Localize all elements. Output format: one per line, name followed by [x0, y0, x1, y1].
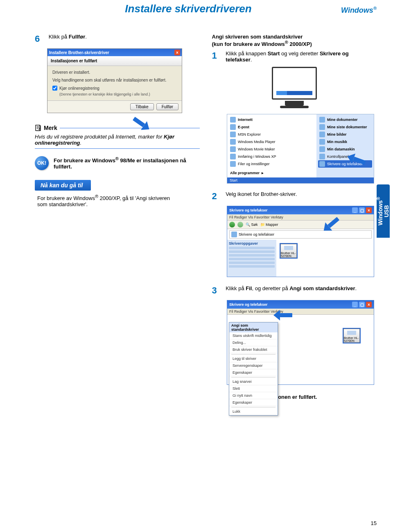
ie-icon: [230, 117, 236, 123]
window-menu[interactable]: Fil Rediger Vis Favoritter Verktøy: [227, 309, 374, 315]
dialog-subhead: Installasjonen er fullført: [47, 56, 182, 66]
mycomputer-icon: [319, 146, 325, 152]
printers-window-1: Skrivere og telefakser _ ▢ × Fil Rediger…: [227, 206, 374, 277]
file-menu-item[interactable]: Lag snarvei: [229, 378, 278, 385]
folder-icon: [231, 232, 237, 237]
close-icon[interactable]: ×: [366, 207, 372, 213]
maximize-icon[interactable]: ▢: [359, 302, 365, 307]
step-6-number: 6: [35, 34, 47, 44]
now-goto-button: Nå kan du gå til: [35, 180, 91, 191]
step-6-text: Klikk på Fullfør.: [49, 34, 87, 40]
monitor-icon: [212, 67, 377, 108]
docs-icon: [319, 117, 325, 123]
music-icon: [319, 139, 325, 145]
printers-icon: [319, 161, 325, 167]
toolbar-folders[interactable]: 📁 Mapper: [260, 223, 278, 227]
file-menu-item[interactable]: Bruk skriver frakoblet: [229, 346, 278, 353]
header-brand: Windows®: [341, 6, 377, 15]
file-menu-item[interactable]: Egenskaper: [229, 399, 278, 406]
maximize-icon[interactable]: ▢: [359, 207, 365, 213]
file-menu-item[interactable]: Stans utskrift midlertidig: [229, 332, 278, 339]
right-intro: Angi skriveren som standardskriver (kun …: [212, 34, 377, 47]
recent-icon: [319, 124, 325, 130]
ok-badge: OK!: [35, 156, 49, 170]
set-default-item[interactable]: Angi som standardskriver: [229, 323, 278, 332]
step-3-text: Klikk på Fil, og deretter på Angi som st…: [226, 285, 357, 291]
brother-printer-icon[interactable]: Brother HL-5270DN: [343, 329, 360, 343]
file-menu-open: Angi som standardskriver Stans utskrift …: [229, 322, 278, 416]
start-button[interactable]: Start: [230, 178, 237, 182]
window-menu[interactable]: Fil Rediger Vis Favoritter Verktøy: [227, 214, 374, 221]
page-title: Installere skriverdriveren: [125, 2, 251, 15]
file-menu-item[interactable]: Gi nytt navn: [229, 392, 278, 399]
merk-body: Hvis du vil registrere produktet på Inte…: [35, 132, 200, 149]
start-menu-screenshot: Internett E-post MSN Explorer Windows Me…: [227, 114, 374, 184]
online-reg-checkbox[interactable]: [52, 86, 57, 91]
minimize-icon[interactable]: _: [352, 302, 358, 307]
file-menu-item[interactable]: Deling...: [229, 339, 278, 346]
brother-printer-icon[interactable]: Brother HL-5270DN: [280, 244, 297, 258]
dialog-line1: Driveren er installert.: [52, 70, 177, 75]
merk-title: Merk: [44, 125, 57, 131]
back-icon[interactable]: [229, 222, 235, 227]
step-2-number: 2: [212, 191, 224, 202]
step-1-number: 1: [212, 50, 224, 61]
transfer-icon: [230, 161, 236, 167]
pics-icon: [319, 132, 325, 137]
minimize-icon[interactable]: _: [352, 207, 358, 213]
wmp-icon: [230, 139, 236, 145]
back-button[interactable]: Tilbake: [130, 103, 154, 110]
file-menu-item[interactable]: Slett: [229, 385, 278, 392]
window-title: Skrivere og telefakser: [229, 208, 268, 212]
wmm-icon: [230, 146, 236, 152]
ok-text-1: For brukere av Windows® 98/Me er install…: [54, 156, 200, 170]
dialog-title: Installere Brother-skriverdriver: [49, 50, 109, 55]
close-icon[interactable]: ×: [174, 50, 180, 55]
forward-icon[interactable]: [237, 222, 243, 227]
side-tasks-header: Skriveroppgaver: [229, 241, 275, 246]
mail-icon: [230, 124, 236, 130]
file-menu-item[interactable]: Serveregenskaper: [229, 362, 278, 369]
window-title: Skrivere og telefakser: [229, 302, 268, 307]
arrow-icon: [273, 312, 292, 321]
tour-icon: [230, 154, 236, 159]
page-number: 15: [371, 520, 377, 526]
step-3-number: 3: [212, 285, 224, 296]
now-goto-text: For brukere av Windows® 2000/XP, gå til …: [37, 194, 181, 207]
toolbar-search[interactable]: 🔍 Søk: [246, 223, 258, 227]
side-tab: Windows® USB: [377, 184, 390, 238]
note-icon: [35, 125, 41, 131]
file-menu-item[interactable]: Egenskaper: [229, 369, 278, 376]
online-reg-label: Kjør onlineregistrering: [59, 86, 99, 91]
printers-window-2: Skrivere og telefakser _ ▢ × Fil Rediger…: [227, 300, 374, 385]
dialog-line2: Velg handlingene som skal utføres når in…: [52, 78, 177, 82]
file-menu-item[interactable]: Legg til skriver: [229, 355, 278, 362]
finish-button[interactable]: Fullfør: [156, 103, 178, 110]
online-reg-note: (Denne tjenesten er kanskje ikke tilgjen…: [59, 92, 177, 96]
msn-icon: [230, 132, 236, 137]
step-2-text: Velg ikonet for Brother-skriver.: [226, 191, 297, 197]
svg-rect-0: [36, 125, 40, 130]
step-1-text: Klikk på knappen Start og velg deretter …: [226, 50, 365, 63]
cpanel-icon: [319, 154, 325, 159]
file-menu-item[interactable]: Lukk: [229, 408, 278, 415]
close-icon[interactable]: ×: [366, 302, 372, 307]
installer-dialog: Installere Brother-skriverdriver × Insta…: [47, 48, 182, 113]
